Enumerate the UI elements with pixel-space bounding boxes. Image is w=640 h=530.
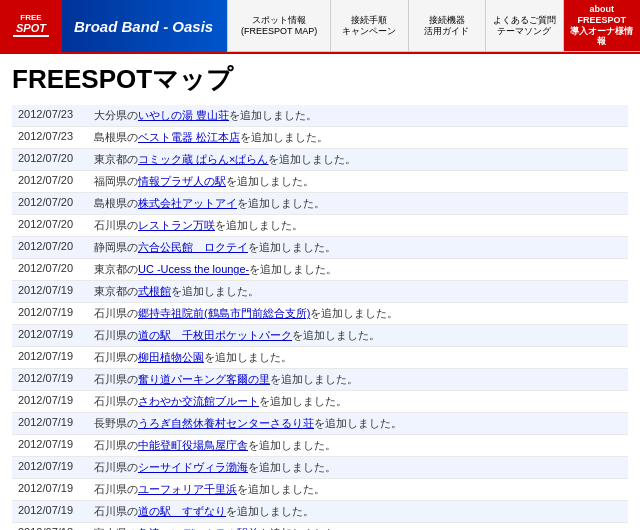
list-item: 2012/07/20石川県のレストラン万咲を追加しました。 — [12, 215, 628, 237]
nav-about[interactable]: about FREESPOT導入オーナ様情報 — [563, 0, 640, 52]
entry-text: 富山県の魚津マンデンホテル駅前を追加しました。 — [90, 523, 628, 530]
list-item: 2012/07/19石川県の道の駅 千枚田ポケットパークを追加しました。 — [12, 325, 628, 347]
entry-link[interactable]: 式根館 — [138, 285, 171, 297]
list-item: 2012/07/19石川県の道の駅 すずなりを追加しました。 — [12, 501, 628, 523]
entry-text: 石川県の道の駅 すずなりを追加しました。 — [90, 501, 628, 522]
entry-link[interactable]: シーサイドヴィラ渤海 — [138, 461, 248, 473]
list-item: 2012/07/19石川県の中能登町役場鳥屋庁舎を追加しました。 — [12, 435, 628, 457]
entry-text: 石川県の中能登町役場鳥屋庁舎を追加しました。 — [90, 435, 628, 456]
logo-text: FREE SPOT — [13, 14, 49, 39]
entry-text: 東京都の式根館を追加しました。 — [90, 281, 628, 302]
entry-link[interactable]: UC -Ucess the lounge- — [138, 263, 249, 275]
entry-date: 2012/07/19 — [12, 435, 90, 456]
entries-list: 2012/07/23大分県のいやしの湯 豊山荘を追加しました。2012/07/2… — [12, 105, 628, 530]
entry-link[interactable]: うろぎ自然休養村センターさるり荘 — [138, 417, 314, 429]
entry-text: 石川県の奮り道パーキング客爾の里を追加しました。 — [90, 369, 628, 390]
entry-link[interactable]: 株式会社アットアイ — [138, 197, 237, 209]
entry-text: 長野県のうろぎ自然休養村センターさるり荘を追加しました。 — [90, 413, 628, 434]
entry-date: 2012/07/23 — [12, 105, 90, 126]
entry-link[interactable]: ユーフォリア千里浜 — [138, 483, 237, 495]
entry-text: 静岡県の六合公民館 ロクテイを追加しました。 — [90, 237, 628, 258]
list-item: 2012/07/20島根県の株式会社アットアイを追加しました。 — [12, 193, 628, 215]
entry-link[interactable]: 道の駅 すずなり — [138, 505, 226, 517]
entry-text: 東京都のUC -Ucess the lounge-を追加しました。 — [90, 259, 628, 280]
entry-text: 大分県のいやしの湯 豊山荘を追加しました。 — [90, 105, 628, 126]
entry-text: 石川県の郷持寺祖院前(鶴島市門前総合支所)を追加しました。 — [90, 303, 628, 324]
entry-text: 石川県のユーフォリア千里浜を追加しました。 — [90, 479, 628, 500]
list-item: 2012/07/19石川県の奮り道パーキング客爾の里を追加しました。 — [12, 369, 628, 391]
list-item: 2012/07/23大分県のいやしの湯 豊山荘を追加しました。 — [12, 105, 628, 127]
entry-text: 石川県の柳田植物公園を追加しました。 — [90, 347, 628, 368]
nav-faq[interactable]: よくあるご質問テーマソング — [485, 0, 562, 52]
entry-link[interactable]: 奮り道パーキング客爾の里 — [138, 373, 270, 385]
header: FREE SPOT Broad Band - Oasis スポット情報(FREE… — [0, 0, 640, 54]
entry-date: 2012/07/20 — [12, 149, 90, 170]
entry-link[interactable]: いやしの湯 豊山荘 — [138, 109, 229, 121]
list-item: 2012/07/23島根県のベスト電器 松江本店を追加しました。 — [12, 127, 628, 149]
entry-text: 石川県のさわやか交流館ブルートを追加しました。 — [90, 391, 628, 412]
page-title: FREESPOTマップ — [12, 62, 628, 97]
entry-date: 2012/07/19 — [12, 413, 90, 434]
brand-text: Broad Band - Oasis — [74, 18, 213, 35]
entry-link[interactable]: 情報プラザ人の駅 — [138, 175, 226, 187]
entry-date: 2012/07/19 — [12, 347, 90, 368]
entry-date: 2012/07/19 — [12, 325, 90, 346]
entry-date: 2012/07/19 — [12, 479, 90, 500]
nav-devices[interactable]: 接続機器活用ガイド — [408, 0, 485, 52]
entry-link[interactable]: レストラン万咲 — [138, 219, 215, 231]
entry-link[interactable]: ベスト電器 松江本店 — [138, 131, 240, 143]
list-item: 2012/07/19石川県の柳田植物公園を追加しました。 — [12, 347, 628, 369]
list-item: 2012/07/19石川県の郷持寺祖院前(鶴島市門前総合支所)を追加しました。 — [12, 303, 628, 325]
nav-row1: スポット情報(FREESPOT MAP) 接続手順キャンペーン 接続機器活用ガイ… — [227, 0, 640, 52]
entry-date: 2012/07/20 — [12, 237, 90, 258]
entry-link[interactable]: 中能登町役場鳥屋庁舎 — [138, 439, 248, 451]
entry-date: 2012/07/19 — [12, 369, 90, 390]
entry-date: 2012/07/19 — [12, 501, 90, 522]
entry-date: 2012/07/19 — [12, 391, 90, 412]
entry-link[interactable]: コミック蔵 ぱらん×ぱらん — [138, 153, 268, 165]
list-item: 2012/07/20東京都のUC -Ucess the lounge-を追加しま… — [12, 259, 628, 281]
list-item: 2012/07/19石川県のさわやか交流館ブルートを追加しました。 — [12, 391, 628, 413]
entry-date: 2012/07/19 — [12, 281, 90, 302]
list-item: 2012/07/19石川県のユーフォリア千里浜を追加しました。 — [12, 479, 628, 501]
list-item: 2012/07/20福岡県の情報プラザ人の駅を追加しました。 — [12, 171, 628, 193]
entry-text: 東京都のコミック蔵 ぱらん×ぱらんを追加しました。 — [90, 149, 628, 170]
entry-date: 2012/07/19 — [12, 303, 90, 324]
entry-date: 2012/07/23 — [12, 127, 90, 148]
entry-text: 島根県のベスト電器 松江本店を追加しました。 — [90, 127, 628, 148]
entry-date: 2012/07/19 — [12, 457, 90, 478]
logo-area: FREE SPOT — [0, 0, 62, 52]
entry-text: 石川県の道の駅 千枚田ポケットパークを追加しました。 — [90, 325, 628, 346]
entry-link[interactable]: 道の駅 千枚田ポケットパーク — [138, 329, 292, 341]
entry-link[interactable]: 郷持寺祖院前(鶴島市門前総合支所) — [138, 307, 310, 319]
entry-date: 2012/07/20 — [12, 259, 90, 280]
page-content: FREESPOTマップ 2012/07/23大分県のいやしの湯 豊山荘を追加しま… — [0, 54, 640, 530]
brand-area: Broad Band - Oasis — [62, 0, 227, 52]
entry-text: 島根県の株式会社アットアイを追加しました。 — [90, 193, 628, 214]
entry-link[interactable]: 六合公民館 ロクテイ — [138, 241, 248, 253]
entry-link[interactable]: 柳田植物公園 — [138, 351, 204, 363]
entry-text: 石川県のレストラン万咲を追加しました。 — [90, 215, 628, 236]
list-item: 2012/07/20東京都のコミック蔵 ぱらん×ぱらんを追加しました。 — [12, 149, 628, 171]
entry-date: 2012/07/20 — [12, 215, 90, 236]
list-item: 2012/07/18富山県の魚津マンデンホテル駅前を追加しました。 — [12, 523, 628, 530]
nav-connection[interactable]: 接続手順キャンペーン — [330, 0, 407, 52]
list-item: 2012/07/19東京都の式根館を追加しました。 — [12, 281, 628, 303]
nav-area: スポット情報(FREESPOT MAP) 接続手順キャンペーン 接続機器活用ガイ… — [227, 0, 640, 52]
list-item: 2012/07/19長野県のうろぎ自然休養村センターさるり荘を追加しました。 — [12, 413, 628, 435]
list-item: 2012/07/19石川県のシーサイドヴィラ渤海を追加しました。 — [12, 457, 628, 479]
list-item: 2012/07/20静岡県の六合公民館 ロクテイを追加しました。 — [12, 237, 628, 259]
entry-link[interactable]: さわやか交流館ブルート — [138, 395, 259, 407]
nav-spot-info[interactable]: スポット情報(FREESPOT MAP) — [227, 0, 330, 52]
entry-date: 2012/07/18 — [12, 523, 90, 530]
entry-text: 石川県のシーサイドヴィラ渤海を追加しました。 — [90, 457, 628, 478]
entry-date: 2012/07/20 — [12, 171, 90, 192]
entry-date: 2012/07/20 — [12, 193, 90, 214]
entry-text: 福岡県の情報プラザ人の駅を追加しました。 — [90, 171, 628, 192]
